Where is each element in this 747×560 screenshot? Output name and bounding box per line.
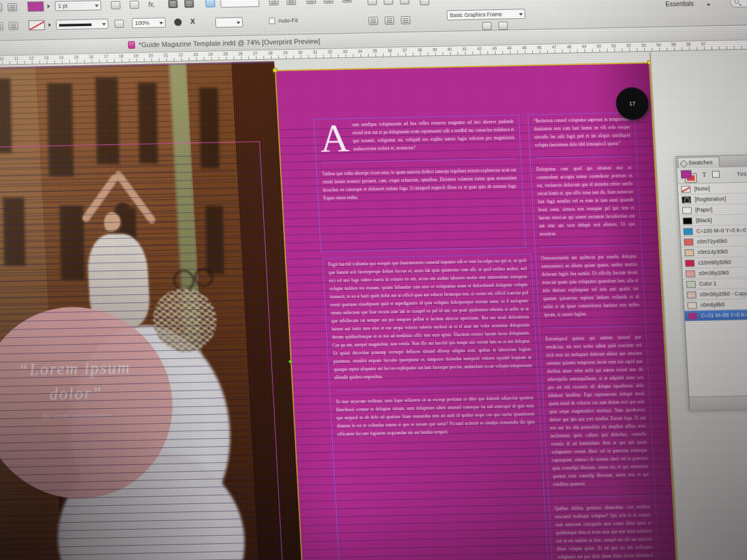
swatch-color-chip	[685, 259, 695, 266]
ruler-number: 28	[268, 51, 273, 55]
center-content-button[interactable]	[342, 0, 352, 2]
auto-fit-checkbox[interactable]	[269, 17, 276, 24]
blend-mode-dropdown[interactable]	[215, 17, 243, 28]
stroke-weight-field[interactable]: 1 pt	[55, 0, 101, 11]
ruler-number: 15	[74, 55, 79, 59]
wrap-shape-icon[interactable]	[400, 0, 410, 4]
object-style-caret-icon[interactable]	[519, 13, 523, 16]
body-paragraph[interactable]: Fugit harchil iciduntia quo exequis que …	[328, 257, 532, 382]
fit-content-button[interactable]	[168, 0, 178, 8]
style-clear-icon[interactable]	[482, 22, 492, 30]
ruler-number: 29	[283, 50, 288, 55]
photo-window	[47, 83, 74, 177]
wrap-invert-icon[interactable]	[401, 16, 411, 24]
stroke-color-swatch[interactable]	[29, 20, 45, 30]
object-color-icon[interactable]	[712, 171, 720, 178]
body-paragraph[interactable]: Doluptatus cum qued qui sitianati atur a…	[535, 156, 636, 239]
ruler-number: 26	[238, 52, 243, 56]
pull-quote-line2: dolor”	[0, 382, 172, 405]
frame-options-icon[interactable]	[129, 1, 139, 9]
text-frame-col1-top[interactable]: Arum sendipsa voluptassum ad bea velles …	[314, 114, 527, 252]
document-canvas[interactable]: “Lorem ipsum dolor” Sit amet consectetur…	[0, 47, 747, 560]
workspace-caret-icon[interactable]	[707, 4, 710, 6]
dashed-frame-icon[interactable]	[115, 20, 125, 28]
select-container-icon[interactable]	[420, 0, 430, 6]
fill-proxy-swatch[interactable]	[681, 170, 692, 179]
object-style-dropdown[interactable]: Basic Graphics Frame	[446, 9, 525, 21]
swatch-name: Color 1	[699, 279, 716, 289]
frame-fitting-icon[interactable]	[205, 0, 215, 7]
ruler-number: 40	[447, 47, 452, 52]
ruler-number: 17	[104, 54, 109, 58]
selection-handle-topleft[interactable]	[273, 68, 277, 72]
fill-color-swatch[interactable]	[27, 1, 44, 12]
effects-button[interactable]: fx,	[148, 1, 155, 8]
ruler-number: 54	[656, 43, 661, 47]
ruler-number: 12	[29, 56, 34, 60]
body-paragraph[interactable]: Arum sendipsa voluptassum ad bea velles …	[319, 118, 515, 154]
fit-content-to-frame-button[interactable]	[324, 0, 334, 4]
left-page-photo[interactable]: “Lorem ipsum dolor” Sit amet consectetur	[0, 62, 304, 560]
ruler-number: 27	[253, 51, 258, 55]
photo-window	[0, 78, 12, 153]
ruler-number: 48	[566, 45, 571, 49]
stroke-weight-value: 1 pt	[58, 2, 68, 9]
fill-menu-arrow-icon[interactable]	[47, 4, 50, 8]
ruler-number: 53	[641, 43, 646, 47]
shear-icon[interactable]	[9, 22, 19, 30]
tab-swatches[interactable]: Swatches	[677, 157, 720, 168]
body-paragraph[interactable]: Tatibea que vidus aborepe ricrat ratur, …	[321, 158, 517, 202]
stroke-weight-caret-icon[interactable]	[95, 4, 98, 7]
workspace-switcher[interactable]: Essentials	[665, 0, 694, 7]
rotate-icon[interactable]	[0, 22, 3, 30]
drop-shadow-button[interactable]	[174, 19, 182, 26]
wrap-bounding-icon[interactable]	[383, 0, 393, 5]
object-style-value: Basic Graphics Frame	[449, 11, 502, 19]
wrap-options-icon[interactable]	[385, 16, 395, 24]
fit-frame-button[interactable]	[184, 0, 194, 8]
body-paragraph[interactable]: To mar neyerum welitum, nam lique wilior…	[335, 386, 535, 439]
wrap-none-icon[interactable]	[367, 0, 377, 5]
swatch-color-chip	[686, 281, 696, 287]
selection-handle-midleft[interactable]	[288, 360, 292, 363]
body-paragraph[interactable]: Omnossonanda aut quibucta por nundis dol…	[540, 245, 640, 319]
stroke-menu-arrow-icon[interactable]	[49, 23, 51, 27]
ruler-number: 47	[552, 45, 557, 49]
pull-quote-byline: Sit amet consectetur	[0, 411, 173, 421]
panel-tab-bar[interactable]: Swatches	[676, 154, 747, 168]
right-page-magenta[interactable]: Arum sendipsa voluptassum ad bea velles …	[275, 62, 680, 560]
ruler-number: 35	[373, 49, 378, 53]
opacity-field[interactable]: 100%	[132, 17, 166, 28]
drop-cap: A	[319, 121, 354, 154]
ruler-number: 11	[14, 56, 19, 60]
tint-label: Tint:	[737, 171, 747, 177]
fitting-amount-field[interactable]	[220, 0, 260, 7]
fill-frame-proportionally-button[interactable]	[269, 0, 279, 6]
style-break-link-icon[interactable]	[498, 22, 508, 30]
text-frame-col1-bottom[interactable]: Fugit harchil iciduntia quo exequis que …	[322, 254, 550, 560]
body-paragraph[interactable]: Qudbus ditibus genimus idianoldae, con r…	[554, 495, 655, 560]
stroke-style-caret-icon[interactable]	[102, 23, 106, 26]
text-frame-col2[interactable]: “Berferion consed voluptatur sapernat in…	[527, 112, 660, 560]
stroke-style-dropdown[interactable]	[56, 19, 109, 30]
fit-content-proportionally-button[interactable]	[286, 0, 296, 5]
opacity-caret-icon[interactable]	[159, 22, 163, 24]
search-input[interactable]	[730, 0, 747, 7]
blend-caret-icon[interactable]	[237, 22, 240, 24]
object-effects-icon[interactable]: X	[190, 17, 195, 25]
swatch-color-chip	[684, 249, 694, 256]
selection-edge-top	[275, 62, 650, 72]
corner-options-icon[interactable]	[111, 1, 121, 9]
text-color-icon[interactable]: T	[702, 170, 707, 178]
swatch-color-chip	[688, 312, 698, 319]
flip-icon[interactable]	[7, 3, 17, 11]
body-paragraph[interactable]: Estruniquod quistur qui suntem nossed qu…	[545, 325, 649, 489]
wrap-to-spine-icon[interactable]	[369, 17, 378, 25]
ruler-number: 56	[686, 42, 691, 47]
fit-frame-to-content-button[interactable]	[306, 0, 316, 4]
stroke-style-preview	[59, 24, 92, 27]
swatch-name: c0m14y30k0	[697, 246, 728, 257]
ruler-number: 18	[119, 54, 124, 58]
body-paragraph[interactable]: “Berferion consed voluptatur sapernat in…	[533, 116, 631, 150]
reference-point-icon[interactable]	[0, 4, 2, 12]
